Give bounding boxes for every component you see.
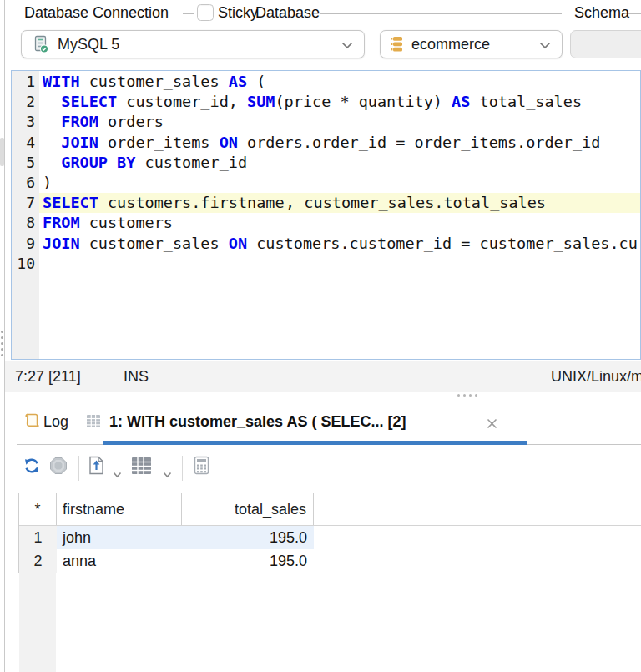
active-tab-underline	[103, 441, 527, 445]
sql-keyword: JOIN	[43, 235, 80, 252]
line-number: 7	[12, 193, 39, 213]
code-line[interactable]: JOIN order_items ON orders.order_id = or…	[39, 133, 640, 153]
code-line[interactable]: WITH customer_sales AS (	[39, 72, 640, 92]
data-cell[interactable]: 195.0	[182, 549, 314, 573]
code-line[interactable]: FROM customers	[39, 213, 640, 233]
column-header-filler	[314, 493, 641, 525]
sql-editor[interactable]: 12345678910 WITH customer_sales AS ( SEL…	[11, 70, 641, 360]
sql-text: total_sales	[470, 93, 582, 110]
group-line	[320, 13, 562, 14]
chevron-down-icon	[341, 36, 353, 53]
sql-text: )	[43, 174, 52, 191]
code-line[interactable]: SELECT customer_id, SUM(price * quantity…	[39, 92, 640, 112]
results-table[interactable]: *firstnametotal_sales 1john195.02anna195…	[18, 493, 641, 573]
export-menu-chevron-icon[interactable]	[113, 465, 122, 483]
rerun-query-button[interactable]	[21, 456, 43, 479]
database-table-icon	[390, 36, 403, 53]
grid-menu-chevron-icon[interactable]	[163, 465, 172, 483]
sql-text	[43, 154, 61, 171]
result-grid-icon	[86, 414, 101, 432]
close-icon[interactable]	[486, 417, 498, 434]
connection-select[interactable]: MySQL 5	[21, 30, 365, 58]
sql-keyword: AS	[452, 93, 470, 110]
sql-text: customer_id	[135, 154, 247, 171]
row-number-cell[interactable]: 1	[19, 526, 57, 549]
line-number: 8	[12, 213, 39, 233]
table-row[interactable]: 1john195.0	[19, 526, 641, 549]
sql-text: order_items	[98, 134, 220, 151]
results-table-body: 1john195.02anna195.0	[19, 526, 641, 573]
sql-keyword: SELECT	[61, 93, 117, 110]
database-server-icon	[33, 35, 49, 53]
sql-keyword: ON	[229, 235, 247, 252]
schema-select[interactable]	[570, 30, 641, 58]
sql-text	[43, 134, 61, 151]
horizontal-splitter-handle-icon[interactable]	[457, 394, 477, 397]
export-results-button[interactable]	[85, 456, 107, 479]
sql-text: orders	[98, 113, 164, 130]
sql-text: customer_id,	[117, 93, 247, 110]
refresh-icon	[23, 457, 41, 479]
database-connection-label: Database Connection	[24, 4, 169, 22]
database-label: Database	[255, 4, 320, 22]
sql-text: (price * quantity)	[275, 93, 452, 110]
vertical-splitter-handle-icon[interactable]	[1, 331, 3, 356]
sql-keyword: GROUP BY	[61, 154, 135, 171]
editor-status-bar	[5, 361, 641, 392]
sql-keyword: FROM	[43, 214, 80, 231]
toolbar-separator	[78, 456, 79, 481]
code-line[interactable]	[39, 254, 640, 274]
tab-log[interactable]: Log	[43, 413, 68, 431]
column-header-firstname[interactable]: firstname	[57, 493, 182, 525]
sql-text: customers.firstname	[98, 194, 285, 211]
sql-text: customer_sales	[80, 235, 229, 252]
data-cell[interactable]: john	[57, 526, 182, 549]
sql-text: , customer_sales.total_sales	[285, 194, 546, 211]
results-table-header: *firstnametotal_sales	[19, 493, 641, 526]
row-number-cell[interactable]: 2	[19, 549, 57, 573]
sql-keyword: FROM	[61, 113, 98, 130]
column-header-rownum[interactable]: *	[19, 493, 57, 525]
stop-icon	[49, 457, 68, 479]
cancel-query-button[interactable]	[48, 456, 69, 479]
grid-icon	[131, 457, 152, 479]
data-cell[interactable]: anna	[57, 549, 182, 573]
column-header-total_sales[interactable]: total_sales	[182, 493, 314, 525]
insert-mode-status: INS	[124, 368, 149, 386]
sql-keyword: SELECT	[43, 194, 98, 211]
line-number: 1	[12, 72, 39, 92]
line-number: 6	[12, 173, 39, 193]
connection-select-value: MySQL 5	[58, 36, 119, 53]
tab-result-1[interactable]: 1: WITH customer_sales AS ( SELEC... [2]	[109, 413, 406, 431]
window-left-border	[4, 0, 5, 672]
table-row[interactable]: 2anna195.0	[19, 549, 641, 573]
chevron-down-icon	[539, 36, 551, 53]
export-icon	[88, 456, 105, 479]
sql-keyword: SUM	[247, 93, 275, 110]
log-scroll-icon	[23, 412, 39, 432]
aggregate-calculator-button[interactable]	[190, 456, 212, 479]
left-splitter-thumb[interactable]	[0, 138, 4, 166]
calculator-icon	[194, 456, 209, 479]
code-line[interactable]: )	[39, 173, 640, 193]
sticky-checkbox[interactable]	[197, 4, 214, 21]
database-select[interactable]: ecommerce	[380, 30, 563, 58]
sql-text: customers.customer_id = customer_sales.c…	[247, 235, 638, 252]
line-number: 10	[12, 254, 39, 274]
sticky-label: Sticky	[218, 4, 258, 22]
group-line	[183, 13, 194, 14]
code-line[interactable]: FROM orders	[39, 112, 640, 132]
editor-code-area[interactable]: WITH customer_sales AS ( SELECT customer…	[39, 71, 640, 359]
sql-text	[43, 113, 61, 130]
code-line[interactable]: GROUP BY customer_id	[39, 153, 640, 173]
data-cell[interactable]: 195.0	[182, 526, 314, 549]
line-number: 2	[12, 92, 39, 112]
sql-text: customers	[80, 214, 173, 231]
toolbar-separator	[182, 456, 183, 481]
sql-text: orders.order_id = order_items.order_id	[238, 134, 600, 151]
line-number: 4	[12, 133, 39, 153]
code-line[interactable]: SELECT customers.firstname, customer_sal…	[39, 193, 640, 213]
code-line[interactable]: JOIN customer_sales ON customers.custome…	[39, 234, 640, 254]
line-separator-status: UNIX/Linux/ma	[551, 368, 641, 386]
grid-mode-button[interactable]	[130, 456, 152, 479]
